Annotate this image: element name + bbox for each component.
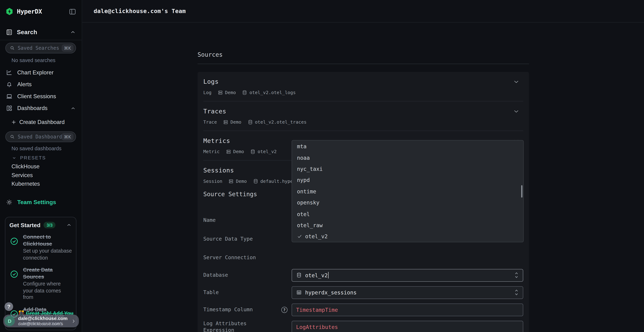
saved-dashboards-input[interactable]: Saved Dashboards ⌘K: [5, 132, 76, 142]
collapse-sidebar-icon[interactable]: [68, 8, 76, 16]
source-server: Demo: [233, 149, 244, 154]
preset-kubernetes[interactable]: Kubernetes: [12, 180, 40, 188]
log-attributes-input[interactable]: LogAttributes: [292, 320, 523, 332]
database-icon: [296, 272, 302, 278]
source-type: Log: [203, 90, 212, 95]
section-title: Metrics: [203, 137, 230, 144]
sources-title: Sources: [198, 51, 222, 58]
form-row-server-connection: Server Connection: [203, 248, 523, 266]
chevron-down-icon[interactable]: [512, 107, 520, 115]
plus-icon: [11, 119, 16, 125]
user-team: dale@clickhouse.com's: [18, 321, 71, 326]
logo-row: HyperDX: [5, 5, 76, 18]
laptop-icon: [6, 93, 13, 100]
source-type: Session: [203, 178, 222, 184]
help-circle-icon[interactable]: ?: [282, 306, 288, 313]
dropdown-option-mta[interactable]: mta: [292, 141, 523, 152]
help-button[interactable]: ?: [4, 302, 13, 311]
search-section-label: Search: [17, 29, 37, 36]
sidebar: HyperDX Search Saved Searches ⌘K: [0, 0, 82, 332]
dropdown-option-ontime[interactable]: ontime: [292, 186, 523, 197]
dropdown-scrollbar[interactable]: [521, 185, 522, 198]
log-attributes-label: Log Attributes Expression: [203, 320, 292, 332]
table-select[interactable]: hyperdx_sessions: [292, 286, 523, 299]
dropdown-option-otel[interactable]: otel: [292, 208, 523, 220]
database-value: otel_v2: [305, 272, 328, 278]
database-label: Database: [203, 272, 292, 278]
table-label: Table: [203, 289, 292, 296]
source-type: Metric: [203, 149, 220, 154]
user-menu[interactable]: D dale@clickhouse.com dale@clickhouse.co…: [3, 315, 79, 327]
chevron-down-icon[interactable]: [512, 78, 520, 85]
chevron-up-icon[interactable]: [70, 105, 76, 111]
saved-searches-input[interactable]: Saved Searches ⌘K: [5, 43, 76, 54]
shortcut-badge: ⌘K: [61, 44, 73, 52]
chart-line-icon: [6, 69, 13, 76]
form-row-database: Database otel_v2: [203, 266, 523, 284]
table-icon: [296, 290, 302, 295]
sidebar-item-alerts[interactable]: Alerts: [0, 78, 82, 90]
saved-dashboards-placeholder: Saved Dashboards: [18, 134, 62, 140]
preset-services[interactable]: Services: [12, 171, 33, 179]
chevron-up-icon[interactable]: [66, 222, 72, 228]
dropdown-option-nyc-taxi[interactable]: nyc_taxi: [292, 163, 523, 174]
sidebar-item-search[interactable]: Search: [6, 26, 76, 38]
chevron-down-icon: [12, 156, 16, 160]
chevron-updown-icon: [514, 289, 518, 296]
database-dropdown: mta noaa nyc_taxi nypd ontime opensky ot…: [292, 140, 524, 242]
gear-icon: [6, 198, 13, 206]
source-table: otel_v2.otel_traces: [255, 119, 306, 125]
dropdown-option-noaa[interactable]: noaa: [292, 152, 523, 163]
server-icon: [218, 90, 223, 95]
get-started-title: Get Started: [10, 222, 40, 228]
chevron-up-icon[interactable]: [70, 29, 76, 35]
source-section-logs: Logs Log Demo otel_v2.otel_logs: [203, 72, 523, 102]
divider: [198, 64, 529, 64]
source-data-type-label: Source Data Type: [203, 236, 292, 242]
dropdown-option-otel-v2-selected[interactable]: otel_v2: [292, 231, 523, 242]
form-row-log-attributes: Log Attributes Expression LogAttributes: [203, 318, 523, 332]
source-server: Demo: [230, 119, 241, 125]
main-area: dale@clickhouse.com's Team Sources Logs …: [82, 0, 644, 332]
shortcut-badge: ⌘K: [61, 133, 73, 140]
bell-icon: [6, 81, 13, 88]
search-icon: [10, 46, 15, 50]
page-header-title: dale@clickhouse.com's Team: [94, 8, 186, 14]
section-title: Logs: [203, 78, 218, 85]
app-title: HyperDX: [17, 8, 42, 15]
sidebar-item-dashboards[interactable]: Dashboards: [0, 102, 82, 114]
get-started-step-connect[interactable]: Connect to ClickHouse Set up your databa…: [10, 234, 72, 261]
sidebar-item-team-settings[interactable]: Team Settings: [6, 198, 56, 206]
database-icon: [250, 149, 256, 154]
preset-clickhouse[interactable]: ClickHouse: [12, 162, 40, 170]
sidebar-item-chart-explorer[interactable]: Chart Explorer: [0, 66, 82, 78]
get-started-step-sources[interactable]: Create Data Sources Configure where your…: [10, 266, 72, 301]
search-icon: [10, 134, 15, 139]
dropdown-option-otel-raw[interactable]: otel_raw: [292, 220, 523, 231]
sidebar-divider: [0, 40, 82, 40]
check-circle-icon: [10, 237, 18, 246]
hyperdx-logo-icon: [5, 7, 14, 16]
sidebar-item-client-sessions[interactable]: Client Sessions: [0, 90, 82, 102]
dropdown-option-opensky[interactable]: opensky: [292, 197, 523, 208]
server-icon: [228, 178, 234, 184]
source-server: Demo: [225, 90, 236, 95]
get-started-header[interactable]: Get Started 3/3: [10, 222, 72, 228]
presets-toggle[interactable]: PRESETS: [12, 155, 46, 161]
create-dashboard-button[interactable]: Create Dashboard: [11, 117, 64, 127]
dropdown-option-nypd[interactable]: nypd: [292, 174, 523, 186]
database-select[interactable]: otel_v2: [292, 269, 523, 282]
timestamp-column-value: TimestampTime: [296, 306, 338, 313]
avatar: D: [4, 316, 15, 326]
table-value: hyperdx_sessions: [305, 289, 357, 295]
name-label: Name: [203, 217, 292, 224]
text-cursor: [328, 272, 328, 278]
get-started-progress-badge: 3/3: [44, 222, 56, 228]
timestamp-column-input[interactable]: TimestampTime: [292, 304, 523, 316]
form-row-timestamp-column: Timestamp Column ? TimestampTime: [203, 301, 523, 318]
log-attributes-value: LogAttributes: [296, 324, 338, 330]
topbar: dale@clickhouse.com's Team: [82, 0, 644, 22]
confetti-icon: 🎊: [18, 310, 24, 315]
hidden-congrats-item: 🎊 Great Job! Add You: [18, 310, 80, 315]
server-icon: [223, 119, 228, 125]
